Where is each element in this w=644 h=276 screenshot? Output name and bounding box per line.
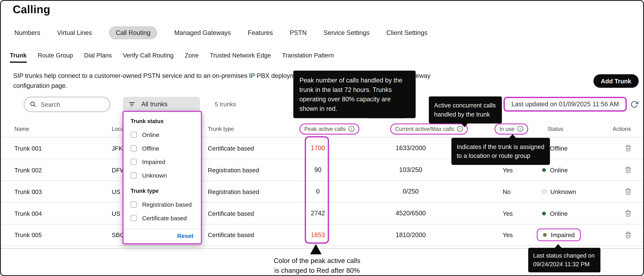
subtab-trusted-network-edge[interactable]: Trusted Network Edge [210, 52, 271, 63]
col-peak-active-calls[interactable]: Peak active calls [300, 123, 359, 134]
tab-managed-gateways[interactable]: Managed Gateways [174, 26, 231, 39]
annotation-line1: Color of the peak active calls [264, 256, 370, 265]
peak-active-calls-value: 1700 [304, 144, 332, 152]
checkbox-icon[interactable] [130, 145, 137, 151]
col-in-use[interactable]: In use [494, 123, 528, 134]
table-row[interactable]: Trunk 003 US N Registration based 0 0/25… [1, 181, 643, 202]
current-max-calls-value: 103/250 [391, 166, 430, 174]
trunk-name[interactable]: Trunk 003 [14, 188, 112, 195]
tab-pstn[interactable]: PSTN [290, 26, 307, 39]
annotation-arrow-icon [310, 244, 322, 254]
filter-option-label: Offline [142, 145, 159, 152]
filter-option-offline[interactable]: Offline [130, 142, 194, 155]
trunk-name[interactable]: Trunk 004 [14, 210, 112, 217]
delete-trunk-icon[interactable] [625, 210, 632, 217]
subtab-route-group[interactable]: Route Group [38, 52, 73, 63]
subtab-translation-pattern[interactable]: Translation Pattern [282, 52, 334, 63]
add-trunk-button[interactable]: Add Trunk [593, 74, 638, 88]
filter-reset-link[interactable]: Reset [130, 229, 194, 239]
trunk-type: Certificate based [208, 145, 304, 152]
primary-tabs: Numbers Virtual Lines Call Routing Manag… [14, 26, 428, 39]
search-box[interactable] [24, 97, 110, 112]
table-row[interactable]: Trunk 004 US S Certificate based 2742 45… [1, 202, 643, 224]
tooltip-status-change: Last status changed on 09/24/2024 11:32 … [528, 248, 600, 272]
filter-status-title: Trunk status [130, 118, 194, 124]
filter-option-impaired[interactable]: Impaired [130, 155, 194, 169]
status-unknown-dot-icon [542, 190, 546, 194]
peak-active-calls-value: 1653 [304, 231, 332, 239]
trunk-filter-dropdown[interactable]: All trunks [123, 97, 200, 112]
status-label: Offline [550, 145, 568, 152]
tooltip-current-active-calls: Active concurrent calls handled by the t… [429, 96, 502, 123]
col-name[interactable]: Name [14, 126, 112, 132]
filter-option-label: Impaired [142, 159, 165, 165]
tab-features[interactable]: Features [248, 26, 273, 39]
delete-trunk-icon[interactable] [625, 188, 632, 195]
status-label: Online [550, 166, 568, 173]
current-max-calls-value: 0/250 [391, 188, 430, 195]
status-cell: Online [539, 210, 600, 217]
status-online-dot-icon [542, 168, 546, 172]
tooltip-peak-active-calls: Peak number of calls handled by the trun… [293, 71, 416, 118]
trunk-name[interactable]: Trunk 001 [14, 145, 112, 152]
filter-option-certificate-based[interactable]: Certificate based [130, 211, 194, 225]
subtab-zone[interactable]: Zone [185, 52, 199, 63]
col-trunk-type[interactable]: Trunk type [208, 126, 304, 132]
filter-icon [128, 101, 135, 107]
subtab-trunk[interactable]: Trunk [10, 52, 27, 63]
subtab-dial-plans[interactable]: Dial Plans [84, 52, 112, 63]
tab-call-routing[interactable]: Call Routing [109, 26, 157, 39]
trunk-name[interactable]: Trunk 002 [14, 166, 112, 173]
status-cell: Unknown [539, 188, 600, 195]
peak-active-calls-value: 0 [304, 188, 332, 195]
refresh-icon[interactable] [630, 100, 638, 108]
last-updated-badge: Last updated on 01/09/2025 11:56 AM [504, 97, 627, 112]
info-icon[interactable] [348, 126, 354, 132]
status-label: Impaired [551, 231, 575, 239]
col-actions: Actions [613, 126, 643, 132]
filter-option-unknown[interactable]: Unknown [130, 169, 194, 182]
filter-option-label: Online [142, 131, 160, 138]
delete-trunk-icon[interactable] [625, 144, 632, 152]
col-current-active-max-calls-label: Current active/Max calls [395, 126, 454, 132]
trunk-type: Certificate based [208, 210, 304, 217]
filter-option-label: Unknown [142, 172, 167, 179]
checkbox-icon[interactable] [130, 215, 137, 221]
in-use-value: No [490, 188, 539, 195]
annotation-text: Color of the peak active calls is change… [264, 256, 370, 275]
table-header: Name Location Trunk type Peak active cal… [1, 121, 643, 136]
status-label: Online [550, 210, 568, 217]
col-status[interactable]: Status [539, 126, 600, 132]
trunk-type: Registration based [208, 188, 304, 195]
filter-option-online[interactable]: Online [130, 128, 194, 142]
tab-virtual-lines[interactable]: Virtual Lines [57, 26, 92, 39]
secondary-tabs: Trunk Route Group Dial Plans Verify Call… [10, 52, 334, 63]
delete-trunk-icon[interactable] [625, 166, 632, 174]
annotation-line2: is changed to Red after 80% [264, 266, 370, 275]
checkbox-icon[interactable] [130, 159, 137, 165]
checkbox-icon[interactable] [130, 202, 137, 208]
subtab-verify-call-routing[interactable]: Verify Call Routing [123, 52, 174, 63]
trunk-type: Certificate based [208, 231, 304, 239]
filter-option-registration-based[interactable]: Registration based [130, 198, 194, 211]
status-cell: Impaired [539, 229, 600, 241]
col-peak-active-calls-label: Peak active calls [304, 126, 346, 132]
trunk-count: 5 trunks [215, 101, 236, 107]
tab-service-settings[interactable]: Service Settings [324, 26, 370, 39]
search-input[interactable] [40, 100, 95, 108]
col-current-active-max-calls[interactable]: Current active/Max calls [390, 123, 468, 134]
status-label: Unknown [550, 188, 576, 195]
info-icon[interactable] [518, 126, 523, 132]
tab-client-settings[interactable]: Client Settings [386, 26, 428, 39]
tab-numbers[interactable]: Numbers [14, 26, 40, 39]
filter-panel: Trunk status Online Offline Impaired Unk… [122, 111, 202, 245]
checkbox-icon[interactable] [130, 172, 137, 179]
filter-option-label: Certificate based [142, 215, 187, 221]
calling-page: Calling Numbers Virtual Lines Call Routi… [0, 0, 644, 276]
checkbox-icon[interactable] [130, 132, 137, 138]
table-row[interactable]: Trunk 005 SBC Certificate based 1653 181… [1, 224, 643, 246]
trunk-name[interactable]: Trunk 005 [14, 231, 112, 239]
current-max-calls-value: 4520/6500 [391, 210, 430, 217]
delete-trunk-icon[interactable] [625, 231, 632, 239]
trunk-type: Registration based [208, 166, 304, 173]
